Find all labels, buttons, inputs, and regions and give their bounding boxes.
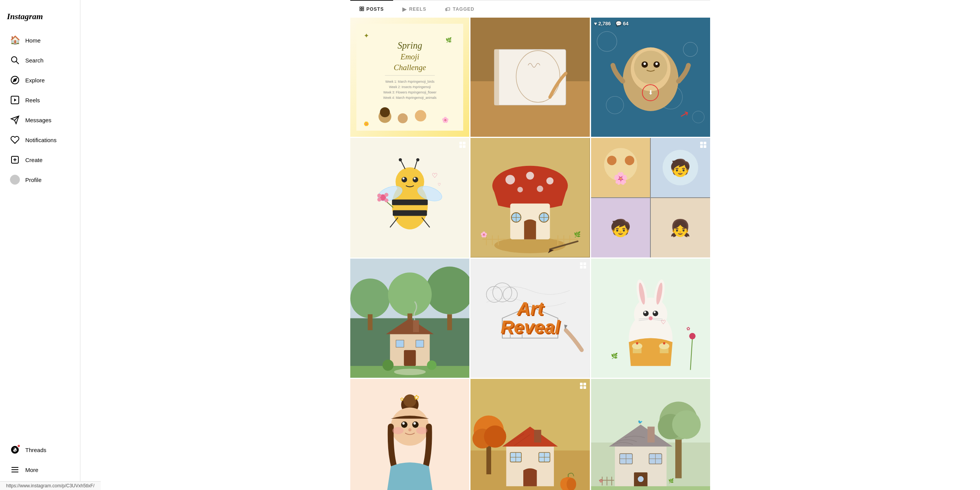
overlay-likes: ❤ 1,680 bbox=[508, 435, 529, 442]
sidebar-item-notifications[interactable]: Notifications bbox=[3, 130, 77, 149]
search-icon bbox=[10, 55, 20, 65]
overlay-comments: 💬 89 bbox=[416, 435, 432, 442]
status-url: https://www.instagram.com/p/C3UVxh5tlxF/ bbox=[6, 483, 95, 488]
grid-item[interactable]: 🐦 ✿ 🌿 ❤ 2,910 💬 94 bbox=[591, 379, 710, 490]
tab-posts-label: POSTS bbox=[366, 7, 384, 12]
sidebar-item-home[interactable]: 🏠 Home bbox=[3, 31, 77, 50]
sidebar-item-explore[interactable]: Explore bbox=[3, 70, 77, 90]
overlay-comments: 💬 78 bbox=[416, 315, 432, 321]
overlay-likes: ❤ 1,875 bbox=[629, 315, 650, 321]
sidebar-label-messages: Messages bbox=[25, 117, 51, 123]
grid-item[interactable]: ♡ ♡ ❤ 1,240 💬 45 bbox=[350, 138, 469, 257]
tab-reels-label: REELS bbox=[409, 7, 426, 12]
threads-icon bbox=[10, 445, 20, 455]
overlay-comments: 💬 52 bbox=[657, 194, 673, 201]
sidebar-label-profile: Profile bbox=[25, 177, 42, 183]
explore-icon bbox=[10, 75, 20, 85]
grid-item[interactable]: 🌸 🧒 🧒 bbox=[591, 138, 710, 257]
grid-item[interactable]: ❤ 2,100 💬 78 bbox=[350, 259, 469, 378]
overlay-comments: 💬 112 bbox=[535, 315, 554, 321]
grid-item[interactable]: ✿ ✿ ❤ 2,340 💬 89 bbox=[350, 379, 469, 490]
overlay-likes: ❤ 1,240 bbox=[388, 194, 409, 201]
overlay-likes: ❤ 423 bbox=[390, 74, 407, 81]
sidebar-label-create: Create bbox=[25, 157, 42, 163]
overlay-likes: ❤ 891 bbox=[511, 74, 527, 81]
overlay-likes: ❤ 934 bbox=[511, 194, 527, 201]
svg-rect-11 bbox=[360, 7, 361, 8]
sidebar-label-home: Home bbox=[25, 37, 41, 44]
sidebar-item-profile[interactable]: Profile bbox=[3, 170, 77, 189]
svg-line-1 bbox=[16, 62, 19, 64]
sidebar-nav: 🏠 Home Search Explore Reels Messages bbox=[0, 31, 80, 437]
overlay-likes: ❤ 1,560 bbox=[629, 194, 650, 201]
svg-marker-3 bbox=[13, 79, 16, 82]
grid-item[interactable]: ❤ 891 💬 32 bbox=[470, 18, 590, 137]
overlay-likes: ❤ 2,910 bbox=[629, 435, 650, 442]
sidebar-bottom: Threads More bbox=[0, 437, 80, 485]
grid-item[interactable]: ♥ 2,786 💬 64 ⬇ ↗ ❤ 2,786 💬 64 bbox=[591, 18, 710, 137]
tagged-tab-icon: 🏷 bbox=[445, 6, 451, 12]
sidebar-item-search[interactable]: Search bbox=[3, 51, 77, 70]
reels-tab-icon: ▶ bbox=[402, 6, 407, 12]
overlay-likes: ❤ 2,100 bbox=[388, 315, 409, 321]
profile-avatar-small bbox=[10, 175, 20, 185]
svg-point-0 bbox=[11, 57, 17, 62]
overlay-comments: 💬 63 bbox=[657, 315, 673, 321]
sidebar-label-search: Search bbox=[25, 57, 44, 64]
home-icon: 🏠 bbox=[10, 35, 20, 45]
overlay-comments: 💬 27 bbox=[534, 194, 550, 201]
svg-rect-14 bbox=[362, 9, 364, 11]
overlay-likes: ❤ 3,421 bbox=[507, 315, 528, 321]
overlay-likes: ❤ 2,786 bbox=[629, 74, 650, 81]
overlay-comments: 💬 18 bbox=[414, 74, 430, 81]
grid-item[interactable]: ❤ 1,680 💬 57 bbox=[470, 379, 590, 490]
status-bar: https://www.instagram.com/p/C3UVxh5tlxF/ bbox=[0, 481, 101, 490]
profile-tabs: POSTS ▶ REELS 🏷 TAGGED bbox=[350, 0, 710, 18]
sidebar-label-notifications: Notifications bbox=[25, 137, 57, 143]
overlay-comments: 💬 45 bbox=[416, 194, 432, 201]
grid-item[interactable]: ArtReveal ❤ 3,421 💬 112 bbox=[470, 259, 590, 378]
overlay-comments: 💬 94 bbox=[657, 435, 673, 442]
overlay-likes: ❤ 2,340 bbox=[388, 435, 409, 442]
sidebar-item-reels[interactable]: Reels bbox=[3, 90, 77, 110]
sidebar-item-messages[interactable]: Messages bbox=[3, 110, 77, 129]
svg-rect-13 bbox=[360, 9, 361, 11]
overlay-comments: 💬 57 bbox=[537, 435, 552, 442]
profile-page: POSTS ▶ REELS 🏷 TAGGED ✦ 🌿 bbox=[350, 0, 710, 490]
tab-reels[interactable]: ▶ REELS bbox=[393, 0, 436, 18]
overlay-comments: 💬 64 bbox=[657, 74, 673, 81]
create-icon bbox=[10, 155, 20, 165]
sidebar-label-explore: Explore bbox=[25, 77, 45, 84]
sidebar-label-threads: Threads bbox=[25, 447, 46, 453]
grid-item[interactable]: 🌸 🌿 ❤ 934 💬 27 bbox=[470, 138, 590, 257]
main-content: POSTS ▶ REELS 🏷 TAGGED ✦ 🌿 bbox=[80, 0, 980, 490]
svg-rect-12 bbox=[362, 7, 364, 8]
messages-icon bbox=[10, 115, 20, 125]
posts-grid: ✦ 🌿 Spring Emoji Challenge Week 1: March… bbox=[350, 18, 710, 490]
posts-tab-icon bbox=[359, 6, 364, 12]
overlay-comments: 💬 32 bbox=[534, 74, 550, 81]
notifications-icon bbox=[10, 135, 20, 145]
tab-posts[interactable]: POSTS bbox=[350, 0, 393, 18]
sidebar-item-threads[interactable]: Threads bbox=[3, 440, 77, 459]
sidebar: Instagram 🏠 Home Search Explore Reels bbox=[0, 0, 80, 490]
tab-tagged-label: TAGGED bbox=[453, 7, 474, 12]
sidebar-item-more[interactable]: More bbox=[3, 460, 77, 479]
grid-item[interactable]: 🌿 ✿ ♡ ❤ 1,875 💬 63 bbox=[591, 259, 710, 378]
instagram-logo[interactable]: Instagram bbox=[0, 5, 80, 31]
reels-icon bbox=[10, 95, 20, 105]
sidebar-label-more: More bbox=[25, 467, 38, 473]
tab-tagged[interactable]: 🏷 TAGGED bbox=[436, 0, 483, 18]
threads-notification-badge bbox=[17, 444, 21, 448]
sidebar-label-reels: Reels bbox=[25, 97, 40, 103]
sidebar-item-create[interactable]: Create bbox=[3, 150, 77, 169]
grid-item[interactable]: ✦ 🌿 Spring Emoji Challenge Week 1: March… bbox=[350, 18, 469, 137]
more-icon bbox=[10, 465, 20, 475]
